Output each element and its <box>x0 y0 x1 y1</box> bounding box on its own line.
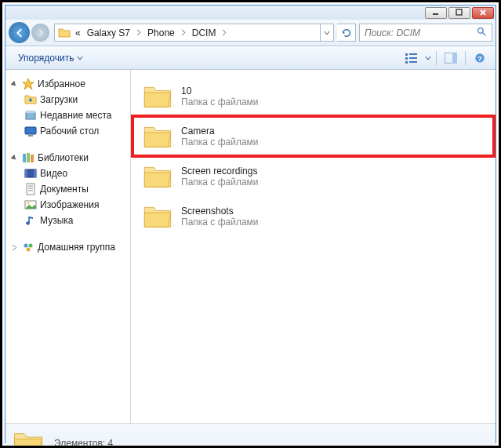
view-options-button[interactable] <box>403 49 422 67</box>
tree-header-libraries[interactable]: Библиотеки <box>5 150 130 166</box>
svg-rect-22 <box>34 169 36 177</box>
tree-label: Рабочий стол <box>40 126 99 137</box>
recent-icon <box>24 109 37 122</box>
tree-header-homegroup[interactable]: Домашняя группа <box>5 239 130 255</box>
refresh-button[interactable] <box>337 24 356 42</box>
chevron-right-icon[interactable] <box>133 29 144 36</box>
svg-rect-23 <box>27 184 34 195</box>
svg-rect-16 <box>28 135 33 137</box>
tree-item-music[interactable]: Музыка <box>5 213 130 228</box>
svg-rect-4 <box>409 53 417 55</box>
chevron-down-icon[interactable] <box>425 55 431 61</box>
folder-thumbnail <box>12 427 45 449</box>
item-name: Screenshots <box>181 206 259 217</box>
tree-header-favorites[interactable]: Избранное <box>5 76 130 92</box>
svg-rect-8 <box>409 61 417 63</box>
svg-rect-17 <box>23 154 26 162</box>
window-controls <box>425 7 494 19</box>
svg-rect-14 <box>26 111 35 113</box>
svg-point-28 <box>29 244 33 248</box>
tree-item-videos[interactable]: Видео <box>5 166 130 181</box>
details-pane: Элементов: 4 <box>5 423 496 448</box>
folder-icon <box>55 27 72 39</box>
svg-rect-13 <box>26 112 35 119</box>
navigation-pane[interactable]: Избранное Загрузки Недавние места Рабочи… <box>5 70 131 423</box>
minimize-button[interactable] <box>425 7 447 19</box>
collapse-icon[interactable] <box>10 80 19 89</box>
tree-label: Документы <box>40 184 89 195</box>
homegroup-icon <box>22 241 34 253</box>
svg-rect-3 <box>405 53 408 56</box>
tree-item-desktop[interactable]: Рабочий стол <box>5 123 130 139</box>
chevron-down-icon <box>77 55 83 61</box>
back-button[interactable] <box>9 22 30 43</box>
item-name: 10 <box>181 86 259 97</box>
item-name: Camera <box>181 126 259 137</box>
toolbar-right: ? <box>403 49 489 67</box>
address-bar[interactable]: « Galaxy S7 Phone DCIM <box>54 24 334 42</box>
body: Избранное Загрузки Недавние места Рабочи… <box>5 70 496 423</box>
tree-item-pictures[interactable]: Изображения <box>5 197 130 213</box>
folder-item[interactable]: Screen recordingsПапка с файлами <box>134 158 492 195</box>
breadcrumb-item[interactable]: Phone <box>144 24 178 41</box>
expand-icon[interactable] <box>10 243 19 252</box>
tree-label: Домашняя группа <box>38 242 115 253</box>
tree-group-libraries: Библиотеки Видео Документы Изображения М… <box>5 150 130 228</box>
close-button[interactable] <box>472 7 494 19</box>
svg-rect-0 <box>433 13 438 15</box>
item-type: Папка с файлами <box>181 217 259 228</box>
folder-icon <box>142 121 173 152</box>
tree-item-documents[interactable]: Документы <box>5 181 130 197</box>
svg-rect-1 <box>456 9 462 15</box>
tree-label: Изображения <box>40 199 99 210</box>
svg-point-29 <box>27 248 31 252</box>
item-name: Screen recordings <box>181 166 259 177</box>
folder-item[interactable]: 10Папка с файлами <box>134 78 492 115</box>
svg-rect-19 <box>31 155 34 162</box>
tree-group-favorites: Избранное Загрузки Недавние места Рабочи… <box>5 76 130 139</box>
tree-label: Избранное <box>38 78 85 89</box>
breadcrumb-prefix[interactable]: « <box>72 24 84 41</box>
tree-label: Загрузки <box>40 94 78 105</box>
svg-rect-5 <box>405 57 408 60</box>
search-input[interactable] <box>365 27 474 38</box>
tree-item-recent[interactable]: Недавние места <box>5 107 130 123</box>
documents-icon <box>24 183 37 195</box>
forward-button[interactable] <box>31 24 49 42</box>
collapse-icon[interactable] <box>10 154 19 162</box>
chevron-right-icon[interactable] <box>219 29 230 36</box>
items-view[interactable]: 10Папка с файламиCameraПапка с файламиSc… <box>131 70 496 423</box>
navigation-bar: « Galaxy S7 Phone DCIM <box>5 20 496 46</box>
breadcrumb-item[interactable]: Galaxy S7 <box>84 24 133 41</box>
folder-icon <box>142 81 173 112</box>
titlebar[interactable] <box>5 5 496 20</box>
organize-label: Упорядочить <box>18 53 74 64</box>
maximize-button[interactable] <box>448 7 470 19</box>
libraries-icon <box>22 151 34 164</box>
item-type: Папка с файлами <box>181 97 259 107</box>
search-icon <box>477 27 487 39</box>
preview-pane-button[interactable] <box>441 49 460 67</box>
tree-item-downloads[interactable]: Загрузки <box>5 92 130 107</box>
help-button[interactable]: ? <box>470 49 489 67</box>
tree-label: Библиотеки <box>38 152 89 163</box>
folder-item[interactable]: CameraПапка с файлами <box>134 118 492 155</box>
tree-group-homegroup: Домашняя группа <box>5 239 130 255</box>
svg-rect-10 <box>452 53 457 64</box>
folder-item[interactable]: ScreenshotsПапка с файлами <box>134 198 492 235</box>
tree-label: Недавние места <box>40 110 111 121</box>
svg-point-2 <box>478 27 484 33</box>
svg-point-26 <box>26 221 30 225</box>
favorites-icon <box>22 78 34 90</box>
status-text: Элементов: 4 <box>54 438 113 449</box>
separator <box>436 51 437 65</box>
command-bar: Упорядочить ? <box>5 46 496 70</box>
svg-point-27 <box>24 244 28 248</box>
chevron-right-icon[interactable] <box>178 29 189 36</box>
search-box[interactable] <box>359 24 492 42</box>
svg-rect-18 <box>27 153 30 162</box>
breadcrumb-item[interactable]: DCIM <box>189 24 220 41</box>
address-dropdown[interactable] <box>320 24 333 41</box>
folder-icon <box>142 161 173 192</box>
organize-button[interactable]: Упорядочить <box>12 49 89 67</box>
